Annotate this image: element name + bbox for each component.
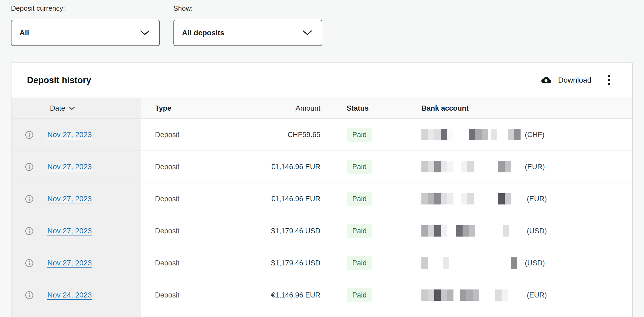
redacted-segment: [421, 289, 453, 301]
deposit-currency-select[interactable]: All: [11, 20, 160, 46]
status-badge: Paid: [347, 128, 372, 142]
deposit-amount: €1,146.96 EUR: [208, 195, 320, 203]
deposit-amount: €1,146.96 EUR: [208, 163, 320, 171]
info-icon[interactable]: [25, 259, 33, 267]
sort-chevron-icon: [69, 107, 75, 110]
redacted-segment: [456, 225, 475, 237]
deposit-date-link[interactable]: Nov 27, 2023: [47, 227, 92, 235]
deposit-date-link[interactable]: Nov 27, 2023: [47, 259, 92, 267]
kebab-menu-button[interactable]: [605, 73, 613, 87]
download-button[interactable]: Download: [540, 75, 591, 85]
redacted-segment: [421, 193, 453, 204]
table-row: Nov 27, 2023 Deposit CHF59.65 Paid (CHF): [11, 119, 632, 151]
redacted-segment: [421, 257, 428, 269]
deposit-currency-value: All: [20, 29, 29, 37]
deposit-history-card: Deposit history Download Date: [11, 62, 633, 317]
status-badge: Paid: [347, 192, 372, 206]
redacted-segment: [421, 129, 453, 140]
redacted-segment: [511, 257, 517, 269]
info-icon[interactable]: [25, 163, 33, 171]
column-header-date[interactable]: Date: [11, 98, 141, 118]
redacted-segment: [421, 225, 447, 237]
table-row: Nov 24, 2023 Deposit €1,146.96 EUR Paid …: [11, 279, 632, 311]
date-cell: [11, 311, 141, 317]
deposits-page: Deposit currency: All Show: All deposits…: [0, 0, 644, 317]
deposit-date-link[interactable]: Nov 27, 2023: [47, 163, 92, 171]
redacted-segment: [460, 289, 479, 301]
deposit-type: Deposit: [141, 163, 208, 171]
bank-account-redacted: [421, 225, 525, 237]
redacted-segment: [443, 257, 449, 269]
bank-account-label: (EUR): [525, 291, 547, 299]
bank-account-label: (EUR): [525, 163, 545, 171]
redacted-segment: [421, 161, 453, 172]
redacted-segment: [508, 129, 521, 140]
redacted-segment: [498, 193, 511, 204]
date-cell: Nov 27, 2023: [11, 247, 141, 279]
status-cell: Paid: [320, 288, 421, 302]
info-icon[interactable]: [25, 131, 33, 139]
redacted-segment: [461, 161, 474, 172]
show-value: All deposits: [182, 29, 224, 37]
bank-account-redacted: [421, 289, 525, 301]
chevron-down-icon: [302, 30, 312, 36]
deposit-type: Deposit: [141, 227, 208, 235]
table-row: Nov 27, 2023 Deposit $1,179.46 USD Paid …: [11, 215, 632, 247]
bank-account-cell: (CHF): [421, 129, 632, 140]
bank-account-label: (EUR): [525, 195, 547, 203]
status-badge: Paid: [347, 160, 372, 174]
deposit-date-link[interactable]: Nov 24, 2023: [47, 291, 92, 299]
redacted-segment: [491, 129, 497, 140]
info-icon[interactable]: [25, 195, 33, 203]
deposit-currency-filter: Deposit currency: All: [11, 4, 160, 46]
card-header: Deposit history Download: [11, 63, 632, 98]
status-badge: Paid: [347, 224, 372, 238]
redacted-segment: [498, 161, 511, 172]
deposit-date-link[interactable]: Nov 27, 2023: [47, 195, 92, 203]
deposit-amount: $1,179.46 USD: [208, 227, 320, 235]
bank-account-cell: (EUR): [421, 289, 632, 301]
filters-bar: Deposit currency: All Show: All deposits: [11, 4, 322, 46]
deposit-date-link[interactable]: Nov 27, 2023: [47, 130, 92, 139]
column-header-type: Type: [141, 104, 208, 113]
status-cell: Paid: [320, 160, 421, 174]
status-cell: Paid: [320, 192, 421, 206]
status-cell: Paid: [320, 224, 421, 238]
chevron-down-icon: [140, 30, 150, 36]
column-header-amount: Amount: [208, 104, 320, 113]
table-body: Nov 27, 2023 Deposit CHF59.65 Paid (CHF)…: [11, 119, 632, 311]
download-label: Download: [558, 76, 591, 84]
deposit-type: Deposit: [141, 259, 208, 267]
info-icon[interactable]: [25, 291, 33, 299]
column-header-date-label: Date: [50, 104, 65, 113]
table-header-row: Date Type Amount Status Bank account: [11, 98, 632, 119]
bank-account-cell: (USD): [421, 225, 632, 237]
show-label: Show:: [173, 4, 322, 12]
date-cell: Nov 27, 2023: [11, 215, 141, 247]
bank-account-label: (USD): [525, 259, 545, 267]
deposit-currency-label: Deposit currency:: [11, 4, 160, 12]
cloud-download-icon: [540, 75, 553, 85]
deposit-amount: $1,179.46 USD: [208, 259, 320, 267]
redacted-segment: [461, 193, 474, 204]
bank-account-label: (CHF): [525, 131, 544, 139]
bank-account-redacted: [421, 129, 525, 140]
bank-account-redacted: [421, 193, 525, 204]
date-cell: Nov 27, 2023: [11, 151, 141, 183]
deposit-amount: €1,146.96 EUR: [208, 291, 320, 299]
bank-account-cell: (EUR): [421, 161, 632, 172]
date-cell: Nov 27, 2023: [11, 183, 141, 215]
show-select[interactable]: All deposits: [173, 20, 322, 46]
date-cell: Nov 27, 2023: [11, 119, 141, 150]
table-row: Nov 27, 2023 Deposit $1,179.46 USD Paid …: [11, 247, 632, 279]
status-badge: Paid: [347, 288, 372, 302]
bank-account-redacted: [421, 161, 525, 172]
deposit-amount: CHF59.65: [208, 131, 320, 139]
redacted-segment: [503, 225, 509, 237]
deposit-type: Deposit: [141, 195, 208, 203]
bank-account-cell: (USD): [421, 257, 632, 269]
info-icon[interactable]: [25, 227, 33, 235]
page-title: Deposit history: [27, 75, 91, 85]
table-row: Nov 27, 2023 Deposit €1,146.96 EUR Paid …: [11, 183, 632, 215]
bank-account-cell: (EUR): [421, 193, 632, 204]
